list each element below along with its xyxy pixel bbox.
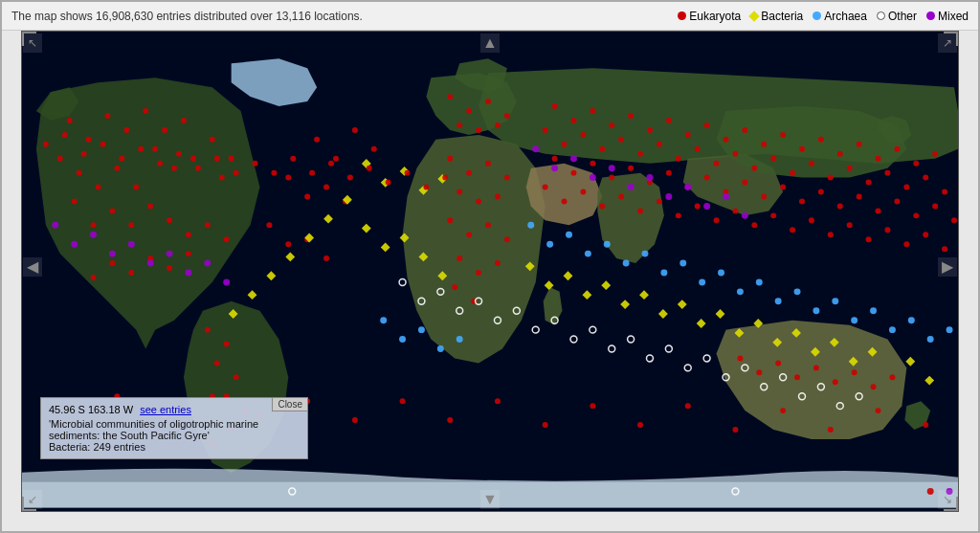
popup-close-button[interactable]: Close [272,397,308,411]
svg-point-296 [723,193,729,200]
nav-right-arrow[interactable]: ▶ [938,257,957,277]
svg-point-69 [552,103,558,109]
svg-point-131 [913,212,919,218]
svg-point-24 [167,217,172,223]
svg-point-27 [224,236,230,242]
svg-point-90 [543,127,548,133]
svg-point-232 [737,288,744,295]
legend-bacteria-label: Bacteria [761,10,803,23]
svg-point-280 [128,241,135,248]
map-info-text: The map shows 16,908,630 entries distrib… [11,10,363,23]
svg-point-43 [285,241,291,247]
nav-top-left-arrow[interactable]: ↖ [23,33,42,53]
svg-point-134 [543,185,548,190]
svg-point-166 [590,403,595,409]
popup-count: Bacteria: 249 entries [49,441,300,453]
bacteria-icon [749,11,760,21]
svg-point-290 [609,165,615,171]
svg-point-150 [847,222,853,228]
svg-point-91 [562,142,568,147]
svg-point-128 [857,193,862,199]
svg-point-18 [57,156,63,162]
svg-point-78 [724,137,729,143]
svg-point-237 [832,298,838,304]
svg-point-28 [186,251,191,256]
svg-point-173 [923,422,928,428]
svg-point-322 [737,355,743,361]
popup-see-entries-link[interactable]: see entries [140,404,191,415]
nav-down-arrow[interactable]: ▼ [480,490,500,509]
legend-other: Other [877,10,917,23]
svg-point-140 [657,198,662,204]
svg-point-80 [761,142,767,147]
svg-point-279 [109,251,116,257]
svg-point-141 [676,212,681,218]
svg-point-110 [923,175,928,181]
svg-point-39 [304,193,310,199]
svg-point-293 [665,193,672,200]
svg-point-125 [799,198,805,204]
svg-point-312 [271,170,277,176]
other-icon [877,11,885,20]
svg-point-313 [290,156,296,162]
svg-point-162 [400,398,406,404]
svg-point-327 [833,379,838,385]
svg-point-103 [790,170,795,176]
svg-point-109 [903,185,909,190]
mixed-icon [926,11,935,20]
svg-point-112 [552,156,558,162]
svg-point-172 [876,408,881,413]
legend-mixed-label: Mixed [938,10,969,23]
nav-bottom-left-arrow[interactable]: ↙ [23,490,42,509]
legend-eukaryota: Eukaryota [678,10,741,23]
svg-point-23 [147,203,153,209]
svg-point-148 [809,217,814,223]
svg-point-113 [570,170,576,176]
svg-point-246 [418,326,425,333]
nav-top-right-arrow[interactable]: ↗ [938,33,957,53]
svg-point-225 [604,241,611,248]
svg-point-321 [442,175,448,181]
svg-point-307 [176,151,182,157]
svg-point-76 [685,132,691,138]
svg-point-145 [751,222,757,228]
svg-point-122 [742,180,747,186]
svg-point-75 [666,118,672,123]
svg-point-155 [942,246,947,252]
svg-point-50 [457,122,462,128]
svg-point-97 [676,156,681,162]
svg-point-58 [476,198,481,204]
svg-point-238 [851,317,858,323]
svg-point-329 [871,384,877,389]
svg-point-300 [43,142,49,147]
svg-point-229 [679,260,686,267]
svg-point-167 [637,422,643,428]
svg-point-309 [214,156,220,162]
svg-point-85 [857,142,862,147]
svg-point-4 [123,127,129,133]
svg-point-53 [447,156,453,162]
svg-point-161 [352,417,358,423]
nav-left-arrow[interactable]: ◀ [23,257,42,277]
svg-point-55 [485,161,491,167]
svg-point-6 [162,127,167,133]
svg-point-87 [894,146,900,152]
svg-point-66 [495,260,501,266]
svg-point-242 [927,336,934,343]
svg-point-26 [205,222,211,228]
svg-point-244 [380,317,387,323]
svg-point-65 [476,270,481,276]
svg-point-74 [647,127,653,133]
svg-point-318 [386,180,391,186]
svg-point-323 [756,369,762,375]
svg-point-106 [847,166,853,171]
svg-point-98 [695,146,701,152]
svg-point-95 [637,151,643,157]
svg-point-25 [186,232,191,237]
svg-point-92 [580,132,586,138]
nav-up-arrow[interactable]: ▲ [480,33,500,53]
nav-bottom-right-arrow[interactable]: ↘ [938,490,957,509]
legend-archaea-label: Archaea [824,10,867,23]
svg-point-33 [91,275,97,280]
svg-point-291 [628,184,635,190]
